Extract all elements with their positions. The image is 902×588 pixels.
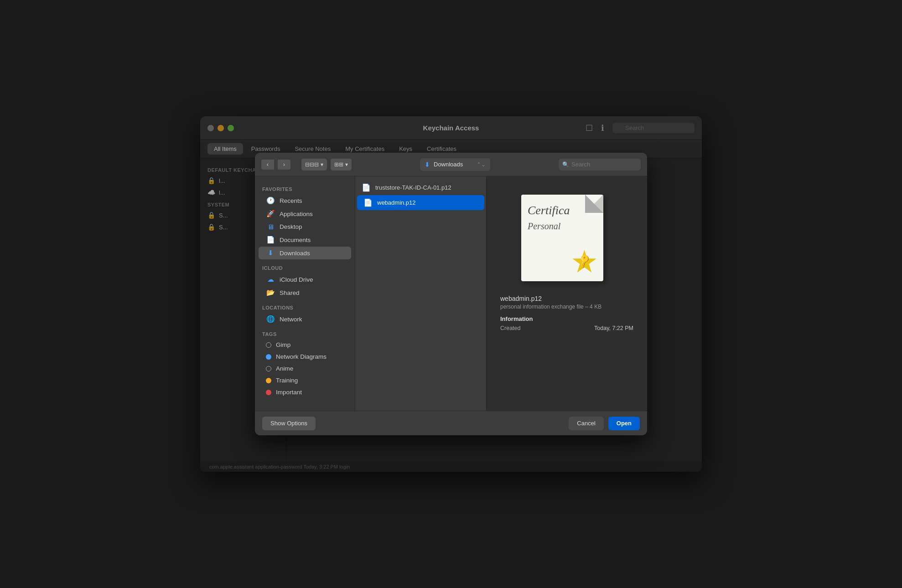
dialog-bottom-bar: Show Options Cancel Open: [255, 411, 647, 435]
preview-created-label: Created: [500, 325, 520, 331]
keychain-window: Keychain Access ☐ ℹ 🔍 All Items Password…: [200, 116, 702, 472]
columns-chevron: ▾: [321, 161, 323, 168]
preview-filetype: personal information exchange file – 4 K…: [500, 304, 633, 310]
dialog-toolbar: ‹ › ⊟⊟⊟ ▾ ⊞⊞ ▾ ⬇ Downloads: [255, 158, 647, 176]
back-button[interactable]: ‹: [261, 160, 274, 170]
file-row-1[interactable]: 📄 webadmin.p12: [357, 195, 484, 210]
network-icon: 🌐: [266, 315, 275, 323]
badge-key-icon: 🔑: [576, 253, 592, 269]
forward-button[interactable]: ›: [278, 160, 290, 170]
dialog-overlay: ‹ › ⊟⊟⊟ ▾ ⊞⊞ ▾ ⬇ Downloads: [200, 158, 702, 462]
sidebar-item-important[interactable]: Important: [259, 387, 351, 398]
downloads-icon: ⬇: [266, 249, 275, 257]
training-tag-dot: [266, 378, 271, 383]
cert-document: Certifica Personal 🔑: [521, 195, 603, 281]
dialog-search-input[interactable]: [559, 159, 641, 170]
file-name-0: truststore-TAK-ID-CA-01.p12: [375, 184, 451, 191]
location-text: Downloads: [434, 161, 473, 168]
file-info: webadmin.p12 personal information exchan…: [496, 295, 638, 331]
dialog-search-icon: 🔍: [562, 161, 569, 168]
recents-icon: 🕐: [266, 196, 275, 205]
preview-created-row: Created Today, 7:22 PM: [500, 325, 633, 331]
important-tag-dot: [266, 390, 271, 395]
cert-badge: 🔑: [572, 250, 597, 275]
cert-subtitle: Personal: [528, 221, 597, 232]
icloud-label: iCloud: [255, 260, 355, 273]
location-chevron-icon: ⌃⌄: [477, 161, 486, 168]
view-icons-button[interactable]: ⊞⊞ ▾: [331, 159, 352, 170]
gimp-tag-dot: [266, 342, 271, 348]
tags-label: Tags: [255, 326, 355, 339]
main-area: Default Keychains 🔒 l... ☁️ l... System …: [200, 158, 702, 462]
icloud-drive-icon: ☁: [266, 275, 275, 284]
view-columns-button[interactable]: ⊟⊟⊟ ▾: [301, 159, 327, 170]
sidebar-item-network[interactable]: 🌐 Network: [259, 313, 351, 325]
file-area: 📄 truststore-TAK-ID-CA-01.p12 📄 webadmin…: [355, 176, 647, 411]
dialog-search-wrap: 🔍: [559, 159, 641, 170]
desktop-icon: 🖥: [266, 223, 275, 231]
file-row-0[interactable]: 📄 truststore-TAK-ID-CA-01.p12: [355, 180, 486, 195]
shared-icon: 📂: [266, 289, 275, 297]
documents-icon: 📄: [266, 236, 275, 244]
preview-area: Certifica Personal 🔑: [487, 176, 647, 411]
anime-tag-dot: [266, 366, 271, 371]
cancel-button[interactable]: Cancel: [569, 417, 603, 430]
dialog-body: Favorites 🕐 Recents 🚀 Applications 🖥 Des…: [255, 176, 647, 411]
open-button[interactable]: Open: [608, 417, 640, 430]
sidebar-item-icloud-drive[interactable]: ☁ iCloud Drive: [259, 273, 351, 286]
file-picker-dialog: ‹ › ⊟⊟⊟ ▾ ⊞⊞ ▾ ⬇ Downloads: [255, 158, 647, 435]
file-name-1: webadmin.p12: [377, 199, 416, 206]
location-bar[interactable]: ⬇ Downloads ⌃⌄: [420, 158, 490, 171]
file-list: 📄 truststore-TAK-ID-CA-01.p12 📄 webadmin…: [355, 176, 487, 411]
sidebar-item-downloads[interactable]: ⬇ Downloads: [259, 247, 351, 259]
sidebar-item-network-diagrams[interactable]: Network Diagrams: [259, 351, 351, 362]
favorites-label: Favorites: [255, 181, 355, 194]
sidebar-item-anime[interactable]: Anime: [259, 363, 351, 374]
sidebar-item-gimp[interactable]: Gimp: [259, 339, 351, 351]
applications-icon: 🚀: [266, 210, 275, 218]
sidebar-item-recents[interactable]: 🕐 Recents: [259, 194, 351, 207]
sidebar-item-documents[interactable]: 📄 Documents: [259, 233, 351, 246]
network-diagrams-tag-dot: [266, 354, 271, 360]
sidebar-item-applications[interactable]: 🚀 Applications: [259, 207, 351, 220]
icons-grid: ⊞⊞: [334, 161, 343, 168]
file-icon-1: 📄: [363, 198, 373, 207]
sidebar-item-shared[interactable]: 📂 Shared: [259, 286, 351, 299]
preview-created-value: Today, 7:22 PM: [594, 325, 633, 331]
downloads-folder-icon: ⬇: [425, 161, 430, 168]
sidebar-item-training[interactable]: Training: [259, 375, 351, 386]
action-buttons: Cancel Open: [569, 417, 640, 430]
locations-label: Locations: [255, 299, 355, 312]
icons-chevron: ▾: [345, 161, 348, 168]
finder-sidebar: Favorites 🕐 Recents 🚀 Applications 🖥 Des…: [255, 176, 355, 411]
sidebar-item-desktop[interactable]: 🖥 Desktop: [259, 221, 351, 233]
preview-info-label: Information: [500, 315, 633, 322]
file-icon-0: 📄: [362, 183, 371, 192]
columns-icon: ⊟⊟⊟: [305, 161, 319, 168]
show-options-button[interactable]: Show Options: [262, 417, 316, 430]
preview-filename: webadmin.p12: [500, 295, 633, 302]
file-preview-icon: Certifica Personal 🔑: [521, 195, 612, 286]
